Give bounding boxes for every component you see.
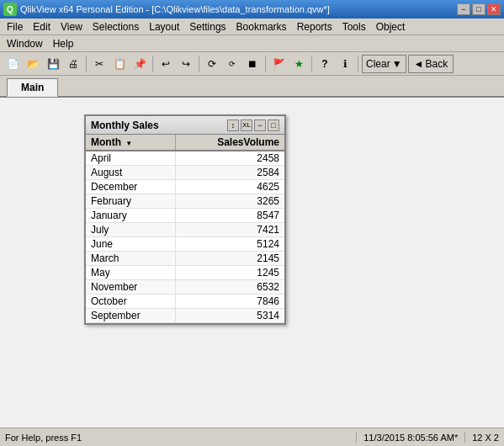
status-right: 11/3/2015 8:05:56 AM* 12 X 2 (356, 433, 499, 443)
menu-edit[interactable]: Edit (28, 19, 56, 35)
table-row[interactable]: March2145 (86, 252, 284, 266)
widget-restore-icon[interactable]: □ (268, 119, 279, 131)
status-timestamp: 11/3/2015 8:05:56 AM* (356, 433, 458, 443)
widget-title: Monthly Sales (91, 119, 159, 131)
cell-sales-volume: 7846 (176, 295, 284, 309)
title-bar-text: QlikView x64 Personal Edition - [C:\Qlik… (20, 4, 330, 14)
table-row[interactable]: April2458 (86, 151, 284, 166)
sales-table: Month ▼ SalesVolume April2458August2584D… (86, 135, 284, 323)
table-row[interactable]: November6532 (86, 280, 284, 295)
tab-area: Main (0, 76, 504, 98)
table-row[interactable]: May1245 (86, 266, 284, 280)
tab-main[interactable]: Main (7, 78, 58, 97)
table-row[interactable]: July7421 (86, 223, 284, 237)
table-row[interactable]: December4625 (86, 180, 284, 194)
cell-month: June (86, 237, 176, 252)
menu-tools[interactable]: Tools (337, 19, 371, 35)
status-help-text: For Help, press F1 (5, 433, 82, 443)
cell-sales-volume: 8547 (176, 209, 284, 223)
app-icon: Q (3, 3, 17, 16)
cell-month: October (86, 295, 176, 309)
menu-layout[interactable]: Layout (144, 19, 184, 35)
menu-selections[interactable]: Selections (88, 19, 144, 35)
minimize-button[interactable]: − (457, 3, 470, 15)
menu-window[interactable]: Window (2, 35, 48, 51)
toolbar-star[interactable]: ★ (289, 55, 308, 73)
cell-sales-volume: 2458 (176, 151, 284, 166)
menu-file[interactable]: File (2, 19, 28, 35)
table-row[interactable]: August2584 (86, 166, 284, 180)
monthly-sales-widget: Monthly Sales ↕ XL − □ Month ▼ (84, 114, 286, 325)
menu-settings[interactable]: Settings (184, 19, 231, 35)
toolbar-print[interactable]: 🖨 (64, 55, 82, 73)
column-salesvolume[interactable]: SalesVolume (176, 135, 284, 151)
menu-help[interactable]: Help (48, 35, 79, 51)
back-icon: ◄ (414, 58, 424, 70)
close-button[interactable]: ✕ (487, 3, 501, 15)
table-header: Month ▼ SalesVolume (86, 135, 284, 151)
maximize-button[interactable]: □ (472, 3, 485, 15)
toolbar-sep3 (199, 56, 199, 72)
cell-sales-volume: 5314 (176, 309, 284, 323)
menu-reports[interactable]: Reports (292, 19, 337, 35)
menu-bar-row2: Window Help (0, 35, 504, 52)
toolbar-copy[interactable]: 📋 (110, 55, 129, 73)
menu-bar-row1: File Edit View Selections Layout Setting… (0, 19, 504, 35)
app-container: Q QlikView x64 Personal Edition - [C:\Ql… (0, 0, 504, 446)
toolbar-sep1 (86, 56, 87, 72)
cell-sales-volume: 3265 (176, 194, 284, 209)
clear-dropdown-icon: ▼ (392, 58, 402, 70)
toolbar-save[interactable]: 💾 (44, 55, 62, 73)
menu-view[interactable]: View (56, 19, 88, 35)
toolbar-reload[interactable]: ⟳ (203, 55, 221, 73)
toolbar-undo[interactable]: ↩ (157, 55, 175, 73)
clear-button[interactable]: Clear ▼ (362, 55, 406, 73)
column-salesvolume-label: SalesVolume (217, 136, 279, 148)
table-row[interactable]: February3265 (86, 194, 284, 209)
table-body: April2458August2584December4625February3… (86, 151, 284, 323)
clear-label: Clear (366, 58, 390, 70)
toolbar-cut[interactable]: ✂ (90, 55, 109, 73)
cell-month: November (86, 280, 176, 295)
back-button[interactable]: ◄ Back (408, 55, 454, 73)
toolbar-info[interactable]: ℹ (336, 55, 354, 73)
content-area: Monthly Sales ↕ XL − □ Month ▼ (0, 98, 504, 446)
cell-sales-volume: 2584 (176, 166, 284, 180)
sort-indicator-icon: ▼ (125, 140, 132, 147)
table-row[interactable]: September5314 (86, 309, 284, 323)
toolbar-paste[interactable]: 📌 (130, 55, 149, 73)
toolbar-flag[interactable]: 🚩 (269, 55, 288, 73)
cell-sales-volume: 5124 (176, 237, 284, 252)
toolbar-sep4 (265, 56, 266, 72)
cell-month: September (86, 309, 176, 323)
toolbar-redo[interactable]: ↪ (177, 55, 195, 73)
toolbar-help[interactable]: ? (316, 55, 334, 73)
table-row[interactable]: January8547 (86, 209, 284, 223)
widget-export-icon[interactable]: XL (241, 119, 252, 131)
cell-month: May (86, 266, 176, 280)
toolbar-partial[interactable]: ⟳ (223, 55, 241, 73)
table-row[interactable]: June5124 (86, 237, 284, 252)
toolbar-open[interactable]: 📂 (24, 55, 42, 73)
status-dimensions: 12 X 2 (464, 433, 499, 443)
widget-controls: ↕ XL − □ (227, 119, 279, 131)
cell-month: April (86, 151, 176, 166)
cell-sales-volume: 4625 (176, 180, 284, 194)
toolbar-sep2 (152, 56, 153, 72)
cell-sales-volume: 1245 (176, 266, 284, 280)
widget-header[interactable]: Monthly Sales ↕ XL − □ (86, 116, 284, 135)
widget-sort-icon[interactable]: ↕ (227, 119, 239, 131)
cell-sales-volume: 6532 (176, 280, 284, 295)
title-bar: Q QlikView x64 Personal Edition - [C:\Ql… (0, 0, 504, 19)
menu-object[interactable]: Object (371, 19, 411, 35)
menu-bookmarks[interactable]: Bookmarks (231, 19, 292, 35)
status-bar: For Help, press F1 11/3/2015 8:05:56 AM*… (0, 427, 504, 446)
column-month[interactable]: Month ▼ (86, 135, 176, 151)
cell-month: December (86, 180, 176, 194)
title-bar-left: Q QlikView x64 Personal Edition - [C:\Ql… (3, 3, 330, 16)
table-row[interactable]: October7846 (86, 295, 284, 309)
widget-minimize-icon[interactable]: − (254, 119, 266, 131)
back-label: Back (425, 58, 448, 70)
toolbar-new[interactable]: 📄 (3, 55, 22, 73)
toolbar-stop[interactable]: ⏹ (243, 55, 262, 73)
